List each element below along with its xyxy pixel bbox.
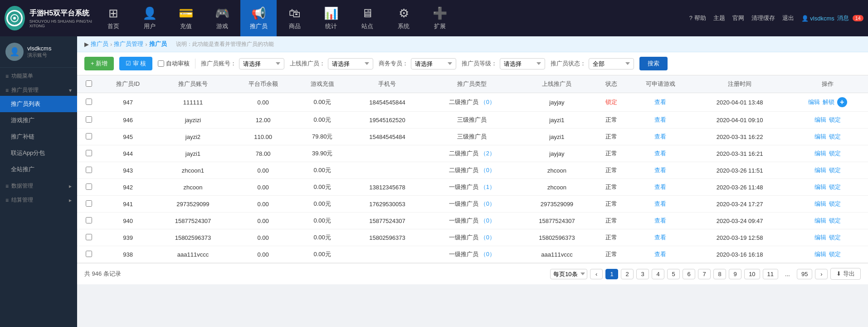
page-btn-3[interactable]: 3 — [636, 269, 649, 279]
nav-item-charge[interactable]: 💳 充值 — [168, 0, 204, 36]
lock-btn[interactable]: 解锁 — [823, 98, 834, 106]
edit-btn[interactable]: 编辑 — [814, 250, 826, 258]
sidebar-item-app-subpackage[interactable]: 联运App分包 — [0, 145, 77, 161]
message-link[interactable]: 消息 — [837, 14, 849, 22]
nav-item-extend[interactable]: ➕ 扩展 — [422, 0, 458, 36]
edit-btn[interactable]: 编辑 — [814, 200, 826, 208]
lock-btn[interactable]: 锁定 — [829, 183, 841, 191]
sidebar-item-site-promote[interactable]: 全站推广 — [0, 161, 77, 178]
view-link[interactable]: 查看 — [654, 251, 666, 258]
select-all-checkbox[interactable] — [86, 80, 92, 87]
page-btn-7[interactable]: 7 — [698, 269, 711, 279]
view-link[interactable]: 查看 — [654, 200, 666, 207]
td-checkbox — [77, 129, 101, 145]
view-link[interactable]: 查看 — [654, 116, 666, 123]
sidebar-item-promote-list[interactable]: 推广员列表 — [0, 96, 77, 112]
superior-select[interactable]: 请选择 — [328, 58, 373, 69]
lock-btn[interactable]: 锁定 — [829, 166, 841, 174]
logout-link[interactable]: 退出 — [782, 14, 794, 22]
row-checkbox[interactable] — [86, 234, 92, 240]
edit-btn[interactable]: 编辑 — [814, 166, 826, 174]
help-link[interactable]: ? 帮助 — [689, 14, 706, 22]
row-checkbox[interactable] — [86, 183, 92, 190]
clear-cache-link[interactable]: 清理缓存 — [751, 14, 775, 22]
nav-item-stats[interactable]: 📊 统计 — [313, 0, 349, 36]
nav-item-game[interactable]: 🎮 游戏 — [204, 0, 240, 36]
nav-item-promote[interactable]: 📢 推广员 — [240, 0, 277, 36]
view-link[interactable]: 查看 — [654, 183, 666, 190]
view-link[interactable]: 查看 — [654, 150, 666, 157]
page-btn-5[interactable]: 5 — [667, 269, 680, 279]
add-button[interactable]: + 新增 — [84, 57, 114, 70]
page-btn-8[interactable]: 8 — [713, 269, 726, 279]
td-id: 938 — [101, 246, 155, 263]
page-btn-1[interactable]: 1 — [605, 269, 618, 279]
sidebar-section-promote-mgmt[interactable]: ≡ 推广员管理 ▾ — [0, 82, 77, 96]
business-label: 商务专员： — [379, 59, 408, 68]
lock-btn[interactable]: 锁定 — [829, 217, 841, 225]
lock-btn[interactable]: 锁定 — [829, 233, 841, 242]
th-account: 推广员账号 — [155, 75, 231, 93]
nav-item-goods[interactable]: 🛍 商品 — [277, 0, 313, 36]
theme-link[interactable]: 主题 — [713, 14, 725, 22]
view-link[interactable]: 查看 — [654, 133, 666, 140]
sidebar-menu-label[interactable]: ≡ 功能菜单 — [0, 68, 77, 82]
status-select[interactable]: 全部 — [589, 58, 634, 69]
edit-btn[interactable]: 编辑 — [814, 149, 826, 158]
row-checkbox[interactable] — [86, 133, 92, 139]
view-link[interactable]: 查看 — [654, 234, 666, 241]
row-checkbox[interactable] — [86, 116, 92, 123]
row-checkbox[interactable] — [86, 251, 92, 257]
next-btn[interactable]: › — [815, 269, 828, 279]
page-btn-6[interactable]: 6 — [683, 269, 695, 279]
edit-btn[interactable]: 编辑 — [808, 98, 820, 106]
nav-item-user[interactable]: 👤 用户 — [132, 0, 168, 36]
official-link[interactable]: 官网 — [732, 14, 744, 22]
lock-btn[interactable]: 锁定 — [829, 116, 841, 124]
breadcrumb-promote-mgmt[interactable]: 推广员管理 — [114, 40, 143, 48]
audit-button[interactable]: ☑ 审 核 — [119, 57, 152, 70]
nav-item-system[interactable]: ⚙ 系统 — [385, 0, 422, 36]
lock-btn[interactable]: 锁定 — [829, 133, 841, 141]
business-select[interactable]: 请选择 — [411, 58, 456, 69]
lock-btn[interactable]: 锁定 — [829, 149, 841, 158]
data-table: 推广员ID 推广员账号 平台币余额 游戏充值 手机号 推广员类型 上线推广员 状… — [77, 75, 868, 263]
page-btn-2[interactable]: 2 — [621, 269, 634, 279]
page-btn-9[interactable]: 9 — [729, 269, 741, 279]
promoter-no-select[interactable]: 请选择 — [239, 58, 284, 69]
sidebar-item-promote-link[interactable]: 推广补链 — [0, 129, 77, 145]
nav-item-home[interactable]: ⊞ 首页 — [95, 0, 132, 36]
page-btn-4[interactable]: 4 — [652, 269, 664, 279]
view-link[interactable]: 查看 — [654, 99, 666, 105]
edit-btn[interactable]: 编辑 — [814, 217, 826, 225]
lock-btn[interactable]: 锁定 — [829, 250, 841, 258]
breadcrumb-promote[interactable]: 推广员 — [91, 40, 108, 48]
row-checkbox[interactable] — [86, 150, 92, 156]
page-size-select[interactable]: 每页10条 — [550, 269, 587, 279]
export-button[interactable]: ⬇ 导出 — [830, 268, 861, 280]
lock-btn[interactable]: 锁定 — [829, 200, 841, 208]
sidebar-section-data-mgmt[interactable]: ≡ 数据管理 ▸ — [0, 178, 77, 192]
sidebar-item-game-promote[interactable]: 游戏推广 — [0, 112, 77, 129]
page-btn-10[interactable]: 10 — [744, 269, 760, 279]
page-btn-95[interactable]: 95 — [797, 269, 812, 279]
edit-btn[interactable]: 编辑 — [814, 233, 826, 242]
view-link[interactable]: 查看 — [654, 167, 666, 173]
sidebar-section-settle-mgmt[interactable]: ≡ 结算管理 ▸ — [0, 192, 77, 206]
page-btn-11[interactable]: 11 — [763, 269, 778, 279]
edit-btn[interactable]: 编辑 — [814, 183, 826, 191]
td-superior: 15802596373 — [519, 229, 595, 246]
row-checkbox[interactable] — [86, 217, 92, 223]
row-checkbox[interactable] — [86, 99, 92, 105]
auto-audit-checkbox[interactable] — [158, 60, 164, 67]
nav-item-site[interactable]: 🖥 站点 — [349, 0, 385, 36]
edit-btn[interactable]: 编辑 — [814, 133, 826, 141]
edit-btn[interactable]: 编辑 — [814, 116, 826, 124]
row-checkbox[interactable] — [86, 167, 92, 173]
add-circle-btn[interactable]: + — [837, 97, 847, 107]
row-checkbox[interactable] — [86, 200, 92, 207]
level-select[interactable]: 请选择 — [500, 58, 545, 69]
prev-btn[interactable]: ‹ — [590, 269, 603, 279]
search-button[interactable]: 搜索 — [639, 57, 668, 70]
view-link[interactable]: 查看 — [654, 217, 666, 224]
